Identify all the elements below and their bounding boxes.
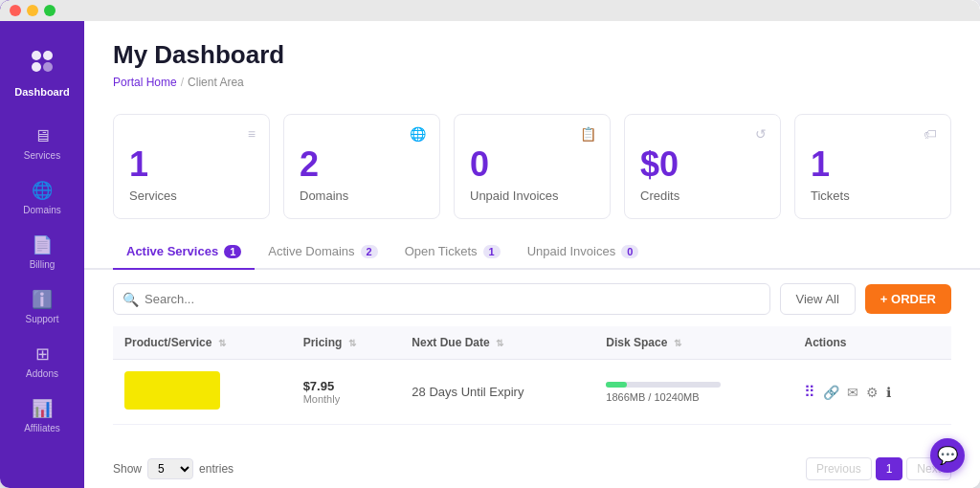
disk-bar-background: [606, 382, 721, 388]
svg-point-1: [43, 51, 53, 60]
stat-card-services[interactable]: ≡ 1 Services: [113, 114, 270, 219]
sidebar-item-addons[interactable]: ⊞ Addons: [0, 334, 84, 388]
window-dot-yellow[interactable]: [27, 5, 38, 16]
link-action-icon[interactable]: 🔗: [823, 385, 839, 400]
mail-action-icon[interactable]: ✉: [847, 385, 858, 400]
breadcrumb-home[interactable]: Portal Home: [113, 76, 177, 89]
stat-label-services: Services: [129, 189, 177, 203]
stat-label-domains: Domains: [300, 189, 348, 203]
pricing-amount: $7.95: [303, 379, 390, 393]
stat-label-tickets: Tickets: [811, 189, 850, 203]
table-footer: Show 5 10 25 entries Previous 1 Next: [84, 448, 980, 488]
product-cell: [113, 360, 292, 425]
sort-product-icon[interactable]: ⇅: [218, 338, 226, 348]
col-disk: Disk Space ⇅: [594, 326, 792, 360]
order-button[interactable]: + ORDER: [865, 284, 951, 314]
col-due-date: Next Due Date ⇅: [400, 326, 594, 360]
sidebar-item-support[interactable]: ℹ️ Support: [0, 279, 84, 334]
tab-active-services-badge: 1: [224, 245, 241, 258]
due-date-cell: 28 Days Until Expiry: [400, 360, 594, 425]
table-toolbar: 🔍 View All + ORDER: [113, 283, 951, 315]
view-all-button[interactable]: View All: [780, 283, 856, 315]
disk-cell: 1866MB / 10240MB: [594, 360, 792, 425]
services-icon: 🖥: [33, 126, 51, 146]
sidebar-item-billing[interactable]: 📄 Billing: [0, 225, 84, 279]
stat-value-credits: $0: [640, 144, 679, 185]
window-dot-green[interactable]: [44, 5, 56, 16]
page-header: My Dashboard Portal Home / Client Area: [84, 21, 980, 99]
stat-value-tickets: 1: [811, 144, 830, 185]
domains-card-icon: 🌐: [410, 126, 426, 142]
stat-label-invoices: Unpaid Invoices: [470, 189, 559, 203]
pricing-cell: $7.95 Monthly: [292, 360, 401, 425]
tab-active-services-label: Active Services: [126, 244, 218, 258]
chat-bubble[interactable]: 💬: [930, 438, 965, 473]
tab-open-tickets[interactable]: Open Tickets 1: [391, 234, 514, 268]
gear-action-icon[interactable]: ⚙: [866, 385, 879, 400]
due-date-text: 28 Days Until Expiry: [412, 385, 583, 399]
svg-point-2: [32, 62, 41, 72]
addons-label: Addons: [26, 368, 58, 379]
stats-row: ≡ 1 Services 🌐 2 Domains 📋 0 Unpaid Invo…: [84, 99, 980, 234]
tab-active-domains-badge: 2: [361, 245, 378, 258]
tab-active-domains[interactable]: Active Domains 2: [255, 234, 390, 268]
stat-value-domains: 2: [300, 144, 319, 185]
stat-card-credits[interactable]: ↺ $0 Credits: [624, 114, 781, 219]
actions-cell: ⠿ 🔗 ✉ ⚙ ℹ: [792, 360, 951, 425]
support-label: Support: [25, 314, 58, 324]
svg-point-0: [32, 51, 41, 60]
sidebar: Dashboard 🖥 Services 🌐 Domains 📄 Billing…: [0, 0, 84, 488]
pagination-page-1[interactable]: 1: [876, 457, 903, 480]
grid-action-icon[interactable]: ⠿: [804, 383, 815, 401]
services-label: Services: [24, 150, 60, 161]
sidebar-item-domains[interactable]: 🌐 Domains: [0, 170, 84, 225]
sidebar-logo[interactable]: [23, 42, 61, 80]
domains-icon: 🌐: [32, 180, 53, 201]
tab-open-tickets-badge: 1: [483, 245, 501, 258]
pricing-period: Monthly: [303, 393, 390, 405]
disk-bar-fill: [606, 382, 627, 388]
sort-disk-icon[interactable]: ⇅: [674, 338, 681, 348]
tabs-row: Active Services 1 Active Domains 2 Open …: [84, 234, 980, 270]
tab-unpaid-invoices-label: Unpaid Invoices: [527, 244, 616, 258]
tab-open-tickets-label: Open Tickets: [405, 244, 478, 258]
credits-card-icon: ↺: [755, 126, 767, 142]
sidebar-dashboard-label: Dashboard: [14, 86, 69, 98]
breadcrumb: Portal Home / Client Area: [113, 76, 951, 89]
info-action-icon[interactable]: ℹ: [886, 385, 891, 400]
svg-point-3: [43, 62, 53, 72]
actions-row: ⠿ 🔗 ✉ ⚙ ℹ: [804, 383, 940, 401]
product-thumbnail[interactable]: [124, 371, 220, 410]
main-content: My Dashboard Portal Home / Client Area ≡…: [84, 0, 980, 488]
tab-unpaid-invoices[interactable]: Unpaid Invoices 0: [514, 234, 653, 268]
sort-due-icon[interactable]: ⇅: [496, 338, 503, 348]
services-card-icon: ≡: [248, 126, 256, 142]
search-wrapper: 🔍: [113, 283, 770, 315]
sidebar-item-services[interactable]: 🖥 Services: [0, 117, 84, 170]
support-icon: ℹ️: [32, 289, 53, 310]
affiliates-icon: 📊: [32, 398, 53, 419]
affiliates-label: Affiliates: [24, 423, 60, 433]
table-header-row: Product/Service ⇅ Pricing ⇅ Next Due Dat…: [113, 326, 951, 360]
tab-active-domains-label: Active Domains: [268, 244, 354, 258]
stat-card-invoices[interactable]: 📋 0 Unpaid Invoices: [454, 114, 611, 219]
pagination-previous[interactable]: Previous: [806, 457, 872, 480]
table-section: 🔍 View All + ORDER Product/Service ⇅ Pri…: [84, 270, 980, 448]
entries-select[interactable]: 5 10 25: [147, 458, 193, 479]
stat-label-credits: Credits: [640, 189, 679, 203]
col-pricing: Pricing ⇅: [292, 326, 401, 360]
billing-icon: 📄: [32, 234, 53, 255]
invoices-card-icon: 📋: [580, 126, 596, 142]
col-product: Product/Service ⇅: [113, 326, 292, 360]
window-dot-red[interactable]: [10, 5, 21, 16]
show-entries: Show 5 10 25 entries: [113, 458, 234, 479]
search-input[interactable]: [113, 283, 770, 315]
tab-active-services[interactable]: Active Services 1: [113, 234, 255, 268]
sort-pricing-icon[interactable]: ⇅: [348, 338, 356, 348]
stat-value-services: 1: [129, 144, 148, 185]
stat-card-tickets[interactable]: 🏷 1 Tickets: [794, 114, 951, 219]
stat-value-invoices: 0: [470, 144, 489, 185]
sidebar-item-affiliates[interactable]: 📊 Affiliates: [0, 388, 84, 443]
stat-card-domains[interactable]: 🌐 2 Domains: [283, 114, 440, 219]
col-actions: Actions: [792, 326, 951, 360]
